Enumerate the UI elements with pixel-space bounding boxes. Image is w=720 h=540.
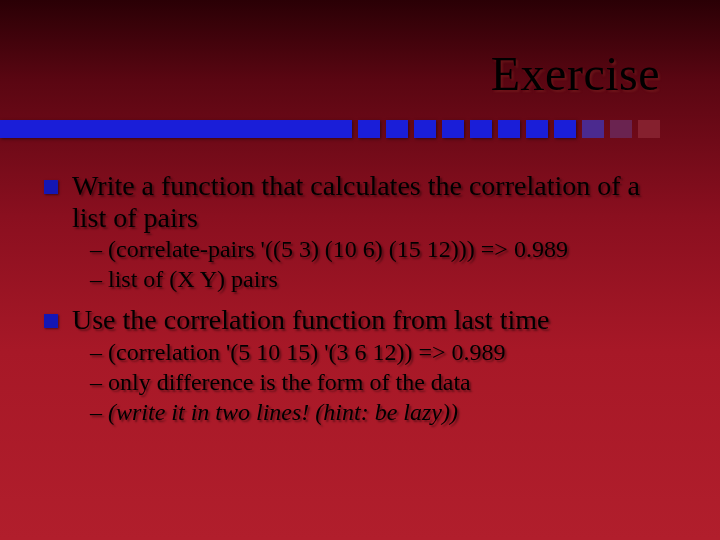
- bar-block: [498, 120, 520, 138]
- bar-block: [638, 120, 660, 138]
- bar-block: [582, 120, 604, 138]
- sub-item-italic: – (write it in two lines! (hint: be lazy…: [90, 397, 680, 427]
- bar-block: [358, 120, 380, 138]
- bar-block: [610, 120, 632, 138]
- slide: Exercise Write a function that calculate…: [0, 0, 720, 540]
- bullet-item-2: Use the correlation function from last t…: [44, 304, 680, 336]
- sub-item: – (correlate-pairs '((5 3) (10 6) (15 12…: [90, 234, 680, 264]
- decorative-bar: [0, 120, 720, 138]
- bullet-item-1: Write a function that calculates the cor…: [44, 170, 680, 234]
- bar-block: [526, 120, 548, 138]
- slide-title: Exercise: [491, 46, 660, 101]
- sub-item: – (correlation '(5 10 15) '(3 6 12)) => …: [90, 337, 680, 367]
- content-area: Write a function that calculates the cor…: [44, 160, 680, 427]
- bar-block: [442, 120, 464, 138]
- bar-blocks: [358, 120, 660, 138]
- square-bullet-icon: [44, 314, 58, 328]
- square-bullet-icon: [44, 180, 58, 194]
- bar-block: [386, 120, 408, 138]
- bar-solid: [0, 120, 352, 138]
- bar-block: [554, 120, 576, 138]
- sub-item: – list of (X Y) pairs: [90, 264, 680, 294]
- sub-item: – only difference is the form of the dat…: [90, 367, 680, 397]
- bullet-text: Write a function that calculates the cor…: [72, 170, 680, 234]
- bar-block: [414, 120, 436, 138]
- bullet-text: Use the correlation function from last t…: [72, 304, 549, 336]
- bar-block: [470, 120, 492, 138]
